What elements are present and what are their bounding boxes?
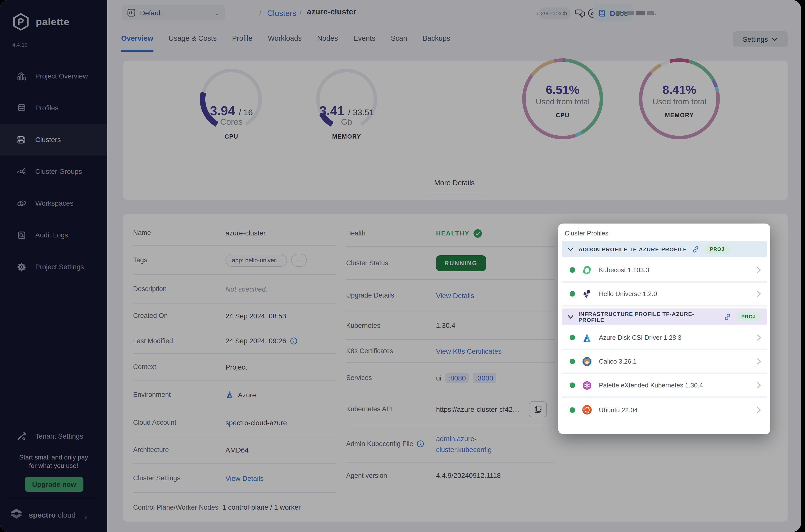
chevron-right-icon bbox=[757, 406, 761, 413]
chevron-right-icon bbox=[757, 358, 761, 365]
chevron-right-icon bbox=[757, 334, 761, 341]
pxk-icon bbox=[581, 380, 592, 391]
profile-layer-calico[interactable]: Calico 3.26.1 bbox=[562, 350, 767, 374]
link-icon[interactable] bbox=[724, 313, 731, 321]
chevron-down-icon bbox=[568, 315, 574, 319]
status-dot bbox=[570, 335, 575, 340]
chevron-right-icon bbox=[757, 382, 761, 388]
addon-profile-header[interactable]: ADDON PROFILE TF-AZURE-PROFILE PROJ bbox=[562, 241, 767, 257]
status-dot bbox=[570, 359, 575, 364]
profile-layer-azure-disk-csi[interactable]: Azure Disk CSI Driver 1.28.3 bbox=[562, 326, 767, 350]
profile-layer-hello-universe[interactable]: Hello Universe 1.2.0 bbox=[562, 283, 767, 306]
profile-layer-palette-extended-kubernetes[interactable]: Palette eXtended Kubernetes 1.30.4 bbox=[562, 374, 767, 398]
infrastructure-profile-header[interactable]: INFRASTRUCTURE PROFILE TF-AZURE-PROFILE … bbox=[562, 308, 767, 325]
chevron-right-icon bbox=[757, 267, 761, 273]
ubuntu-icon bbox=[581, 404, 592, 415]
proj-scope-badge: PROJ bbox=[705, 244, 729, 254]
hello-universe-icon bbox=[581, 288, 592, 299]
profile-layer-kubecost[interactable]: Kubecost 1.103.3 bbox=[562, 259, 767, 283]
chevron-down-icon bbox=[568, 247, 574, 251]
calico-icon bbox=[581, 356, 592, 367]
chevron-right-icon bbox=[757, 290, 761, 297]
kubecost-icon bbox=[581, 265, 592, 276]
cluster-profiles-popup: Cluster Profiles ADDON PROFILE TF-AZURE-… bbox=[558, 224, 770, 434]
status-dot bbox=[570, 382, 575, 388]
link-icon[interactable] bbox=[692, 245, 700, 253]
status-dot bbox=[570, 407, 575, 413]
status-dot bbox=[570, 267, 575, 273]
profile-layer-ubuntu[interactable]: Ubuntu 22.04 bbox=[562, 398, 767, 422]
proj-scope-badge: PROJ bbox=[736, 312, 761, 321]
status-dot bbox=[570, 291, 575, 297]
azure-disk-icon bbox=[581, 332, 592, 343]
popup-title: Cluster Profiles bbox=[564, 229, 767, 237]
